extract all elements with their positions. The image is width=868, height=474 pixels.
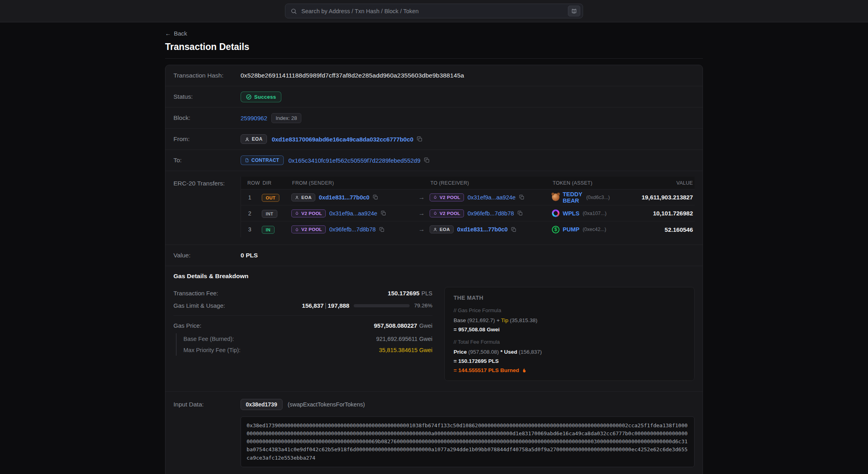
page-title: Transaction Details <box>165 42 703 52</box>
transfer-row-2: 2 INT V2 POOL 0x31ef9a...aa924e → <box>241 205 695 221</box>
gas-usage-bar <box>354 304 410 307</box>
book-icon <box>571 8 577 14</box>
to-address-link[interactable]: 0x165c3410fc91ef562c50559f7d2289febed552… <box>289 157 420 164</box>
row-number: 2 <box>241 210 262 217</box>
the-math-panel: THE MATH // Gas Price Formula Base (921,… <box>444 287 695 381</box>
contract-file-icon <box>245 158 249 163</box>
droplet-icon <box>433 211 437 215</box>
v2-pool-badge: V2 POOL <box>291 225 326 233</box>
gas-price-formula: Base (921,692.7) + Tip (35,815.38) <box>454 317 685 323</box>
eoa-badge: EOA <box>430 225 454 233</box>
flame-icon <box>522 368 527 373</box>
contract-badge: CONTRACT <box>241 155 284 165</box>
address-book-button[interactable] <box>568 6 580 16</box>
transfer-from-address[interactable]: 0x31ef9a...aa924e <box>329 210 377 217</box>
transfer-to-address[interactable]: 0xd1e831...77b0c0 <box>457 226 508 233</box>
total-fee-result: = 150.172695 PLS <box>454 358 685 364</box>
header-row: ROW <box>241 180 262 186</box>
token-address-short: (0xa107...) <box>583 211 607 216</box>
token-address-short: (0xec42...) <box>583 227 606 232</box>
priority-fee-row: Max Priority Fee (Tip): 35,815.384615 Gw… <box>183 345 432 356</box>
copy-icon[interactable] <box>381 211 386 216</box>
erc20-transfers-row: ERC-20 Transfers: ROW DIR FROM (SENDER) … <box>165 171 703 245</box>
copy-icon[interactable] <box>519 195 524 200</box>
input-data-hex: 0x38ed1739000000000000000000000000000000… <box>241 416 695 467</box>
gas-price-label: Gas Price: <box>173 322 201 329</box>
gas-price-unit: Gwei <box>419 323 432 329</box>
transaction-details-card: Transaction Hash: 0x528be26911411188d598… <box>165 65 703 474</box>
header-value: VALUE <box>610 180 695 186</box>
block-index-badge: Index: 28 <box>271 113 302 123</box>
header-to: TO (RECEIVER) <box>430 180 552 186</box>
status-badge: Success <box>241 92 281 102</box>
base-fee-label: Base Fee (Burned): <box>183 336 234 342</box>
droplet-icon <box>295 211 299 215</box>
token-name-link[interactable]: WPLS <box>563 210 579 217</box>
copy-to-address-icon[interactable] <box>424 157 430 163</box>
gas-price-row: Gas Price: 957,508.080227Gwei <box>173 319 432 332</box>
to-label: To: <box>173 157 241 164</box>
person-icon <box>245 137 249 141</box>
copy-from-address-icon[interactable] <box>417 136 422 142</box>
token-name-link[interactable]: TEDDY BEAR <box>563 191 583 204</box>
token-address-short: (0xd6c3...) <box>586 195 610 200</box>
priority-fee-label: Max Priority Fee (Tip): <box>183 347 241 353</box>
total-fee-formula-comment: // Total Fee Formula <box>454 339 685 345</box>
droplet-icon <box>433 195 437 199</box>
search-input[interactable] <box>301 8 568 15</box>
arrow-right-icon: → <box>414 210 430 217</box>
transaction-hash-label: Transaction Hash: <box>173 72 241 79</box>
transfer-from-address[interactable]: 0x96fefb...7d8b78 <box>329 226 376 233</box>
priority-fee-value: 35,815.384615 Gwei <box>379 347 432 353</box>
header-token: TOKEN (ASSET) <box>552 180 610 186</box>
transfers-table-header: ROW DIR FROM (SENDER) TO (RECEIVER) TOKE… <box>241 177 695 189</box>
dir-badge-in: IN <box>262 226 275 234</box>
copy-icon[interactable] <box>511 227 516 232</box>
v2-pool-badge: V2 POOL <box>291 209 326 217</box>
row-number: 1 <box>241 194 262 201</box>
status-row: Status: Success <box>165 86 703 108</box>
from-address-link[interactable]: 0xd1e83170069abd6e16ca49ca8da032cc6777b0… <box>272 136 413 143</box>
gas-limit-label: Gas Limit & Usage: <box>173 302 225 309</box>
arrow-left-icon: ← <box>165 30 171 37</box>
transfer-from-address[interactable]: 0xd1e831...77b0c0 <box>319 194 370 201</box>
wpls-token-icon <box>552 209 559 217</box>
v2-pool-badge: V2 POOL <box>430 193 464 201</box>
search-icon <box>291 8 297 14</box>
input-data-label: Input Data: <box>173 401 241 408</box>
back-link[interactable]: ← Back <box>165 30 187 37</box>
transfer-value: 19,611,903.213827 <box>610 194 695 201</box>
header-from: FROM (SENDER) <box>291 180 414 186</box>
transaction-hash-value: 0x528be26911411188d5989fd7cff37af8d2e285… <box>241 72 464 79</box>
value-row: Value: 0 PLS <box>165 245 703 266</box>
header-dir: DIR <box>262 180 291 186</box>
copy-icon[interactable] <box>373 195 378 200</box>
dir-badge-out: OUT <box>262 194 279 202</box>
arrow-right-icon: → <box>414 194 430 201</box>
burned-result: = 144.555517 PLS Burned <box>454 367 685 373</box>
arrow-right-icon: → <box>414 226 430 233</box>
transfer-to-address[interactable]: 0x31ef9a...aa924e <box>468 194 516 201</box>
math-title: THE MATH <box>454 295 685 301</box>
contract-badge-label: CONTRACT <box>251 157 279 163</box>
transfer-value: 52.160546 <box>610 226 695 233</box>
transfer-value: 10,101.726982 <box>610 210 695 217</box>
to-row: To: CONTRACT 0x165c3410fc91ef562c50559f7… <box>165 150 703 171</box>
method-selector-badge[interactable]: 0x38ed1739 <box>241 399 283 410</box>
status-label: Status: <box>173 93 241 100</box>
input-data-section: Input Data: 0x38ed1739 (swapExactTokensF… <box>165 392 703 474</box>
transfer-row-1: 1 OUT EOA 0xd1e831...77b0c0 → <box>241 189 695 205</box>
transaction-fee-row: Transaction Fee: 150.172695PLS <box>173 287 432 299</box>
gas-limit-divider: | <box>325 302 326 309</box>
from-row: From: EOA 0xd1e83170069abd6e16ca49ca8da0… <box>165 129 703 150</box>
search-bar[interactable] <box>285 4 583 18</box>
transaction-fee-value: 150.172695 <box>388 290 419 297</box>
block-number-link[interactable]: 25990962 <box>241 115 267 121</box>
token-name-link[interactable]: PUMP <box>563 226 579 233</box>
gas-price-value: 957,508.080227 <box>374 322 417 329</box>
copy-icon[interactable] <box>518 211 523 216</box>
gas-used-value: 156,837 <box>302 302 324 309</box>
transfer-to-address[interactable]: 0x96fefb...7d8b78 <box>468 210 514 217</box>
eoa-badge: EOA <box>291 193 315 201</box>
copy-icon[interactable] <box>379 227 384 232</box>
